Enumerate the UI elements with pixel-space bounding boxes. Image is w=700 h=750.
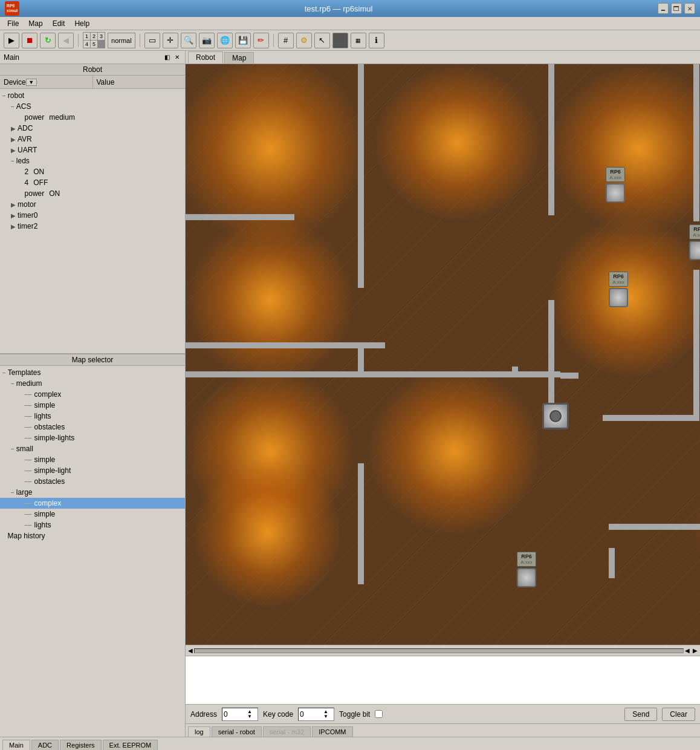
menu-map[interactable]: Map (24, 18, 47, 29)
run-button[interactable]: ▶ (4, 33, 19, 48)
toggle-bit-checkbox[interactable] (375, 710, 383, 718)
search-tool[interactable]: 🔍 (181, 33, 196, 48)
toggle-adc[interactable]: ▶ (11, 125, 16, 132)
map-tree-medium-lights[interactable]: — lights (0, 411, 185, 422)
tree-row-motor[interactable]: ▶ motor (0, 199, 185, 210)
map-tree-large-lights[interactable]: — lights (0, 520, 185, 530)
toggle-templates[interactable]: − (2, 370, 6, 376)
toggle-avr[interactable]: ▶ (11, 136, 16, 143)
map-tree-large-simple[interactable]: — simple (0, 509, 185, 520)
main-tab-registers[interactable]: Registers (60, 740, 101, 750)
keycode-field[interactable] (299, 710, 323, 719)
toggle-timer0[interactable]: ▶ (11, 212, 16, 219)
tree-row-acs[interactable]: − ACS (0, 101, 185, 112)
settings-tool[interactable]: ⚙ (296, 33, 312, 48)
panel-float-button[interactable]: ◧ (163, 54, 172, 60)
refresh-button[interactable]: ↻ (40, 33, 56, 48)
tree-row-robot[interactable]: − robot (0, 90, 185, 101)
console-tab-ipcomm[interactable]: IPCOMM (312, 726, 352, 737)
main-tab-adc[interactable]: ADC (31, 740, 59, 750)
tree-row-led2[interactable]: 2 ON (0, 166, 185, 177)
tab-map[interactable]: Map (224, 52, 254, 64)
pointer-tool[interactable]: ↖ (314, 33, 330, 48)
map-tree-medium[interactable]: − medium (0, 378, 185, 389)
robot-container-active[interactable] (542, 403, 569, 429)
console-tab-log[interactable]: log (188, 726, 210, 737)
map-scrollbar[interactable]: ◀ ◀ ▶ (186, 645, 700, 656)
address-down[interactable]: ▼ (247, 714, 253, 719)
main-tab-main[interactable]: Main (2, 740, 30, 750)
toggle-large[interactable]: − (11, 489, 15, 496)
toggle-robot[interactable]: − (2, 93, 6, 99)
maximize-button[interactable]: 🗖 (671, 3, 682, 14)
robot-container-3[interactable]: RP6 A:xxx (689, 224, 700, 260)
map-tree-medium-simple[interactable]: — simple (0, 400, 185, 411)
toggle-uart[interactable]: ▶ (11, 147, 16, 154)
map-tree-large-complex[interactable]: — complex (0, 498, 185, 509)
toggle-timer2[interactable]: ▶ (11, 223, 16, 230)
select-tool[interactable]: ▭ (144, 33, 160, 48)
back-button[interactable]: ◀ (58, 33, 74, 48)
tree-row-led4[interactable]: 4 OFF (0, 177, 185, 188)
eraser-tool[interactable]: ✏ (253, 33, 269, 48)
robot-container-6[interactable]: RP6 A:xxx (517, 552, 536, 587)
info-tool[interactable]: ℹ (369, 33, 384, 48)
map-tree-small-simple-light[interactable]: — simple-light (0, 465, 185, 476)
minimize-button[interactable]: 🗕 (658, 3, 669, 14)
console-tab-serial-robot[interactable]: serial - robot (212, 726, 262, 737)
toggle-medium[interactable]: − (11, 380, 15, 387)
menu-edit[interactable]: Edit (48, 18, 70, 29)
map-tree-medium-complex[interactable]: — complex (0, 389, 185, 400)
robot-container-4[interactable]: RP6 A:xxx (609, 272, 628, 307)
close-button[interactable]: ✕ (684, 3, 695, 14)
toggle-acs[interactable]: − (11, 103, 15, 110)
tree-row-avr[interactable]: ▶ AVR (0, 134, 185, 145)
map-tree-small[interactable]: − small (0, 443, 185, 454)
grid-tool[interactable]: # (278, 33, 294, 48)
address-field[interactable] (222, 710, 247, 719)
stop-button[interactable]: ⏹ (22, 33, 37, 48)
map-tree-small-simple[interactable]: — simple (0, 454, 185, 465)
map-tree-medium-simple-lights[interactable]: — simple-lights (0, 432, 185, 443)
scroll-left-arrow[interactable]: ◀ (187, 647, 194, 654)
main-tab-ext-eeprom[interactable]: Ext. EEPROM (103, 740, 158, 750)
send-button[interactable]: Send (624, 708, 657, 721)
robot-container-1[interactable]: RP6 A:xxx (606, 167, 625, 203)
tree-row-uart[interactable]: ▶ UART (0, 145, 185, 155)
tree-row-acs-power[interactable]: power medium (0, 112, 185, 123)
globe-tool[interactable]: 🌐 (217, 33, 233, 48)
panel-close-button[interactable]: ✕ (173, 54, 181, 60)
toggle-leds[interactable]: − (11, 158, 15, 165)
tab-robot[interactable]: Robot (188, 51, 223, 64)
menu-help[interactable]: Help (70, 18, 94, 29)
scroll-track[interactable] (194, 648, 684, 653)
tree-row-leds-power[interactable]: power ON (0, 188, 185, 199)
keycode-down[interactable]: ▼ (323, 714, 329, 719)
address-input[interactable]: ▲ ▼ (222, 708, 258, 721)
address-spinners[interactable]: ▲ ▼ (247, 709, 253, 719)
tree-row-adc[interactable]: ▶ ADC (0, 123, 185, 134)
num-1[interactable]: 1 (83, 33, 90, 40)
device-col-select[interactable]: ▼ (26, 79, 37, 86)
console-tab-serial-m32[interactable]: serial - m32 (263, 726, 311, 737)
scroll-right-arrow2[interactable]: ▶ (692, 647, 699, 654)
num-4[interactable]: 4 (83, 41, 90, 48)
map-tree-small-obstacles[interactable]: — obstacles (0, 476, 185, 487)
tree-row-leds[interactable]: − leds (0, 155, 185, 166)
camera-tool[interactable]: 📷 (199, 33, 215, 48)
num-5[interactable]: 5 (91, 41, 97, 48)
fill-tool[interactable] (332, 33, 348, 48)
menu-file[interactable]: File (2, 18, 24, 29)
scroll-right-arrow[interactable]: ◀ (684, 647, 691, 654)
map-tree-large[interactable]: − large (0, 487, 185, 498)
keycode-spinners[interactable]: ▲ ▼ (323, 709, 329, 719)
map-tree-templates[interactable]: − Templates (0, 367, 185, 378)
toggle-motor[interactable]: ▶ (11, 201, 16, 208)
save-tool[interactable]: 💾 (235, 33, 251, 48)
clear-button[interactable]: Clear (662, 708, 695, 721)
crosshair-tool[interactable]: ✛ (163, 33, 178, 48)
tree-row-timer2[interactable]: ▶ timer2 (0, 221, 185, 232)
texture-tool[interactable]: ▦ (351, 33, 366, 48)
map-tree-medium-obstacles[interactable]: — obstacles (0, 422, 185, 432)
map-tree-history[interactable]: Map history (0, 530, 185, 541)
